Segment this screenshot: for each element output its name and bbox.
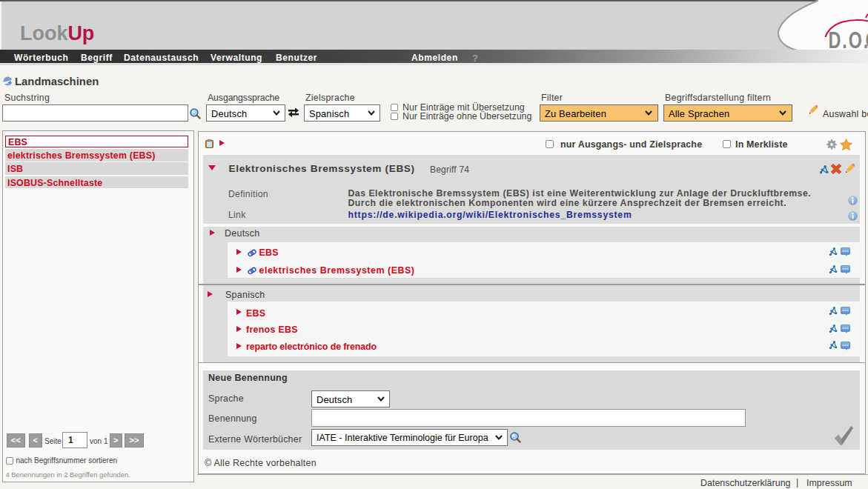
- svg-text:G: G: [866, 27, 868, 51]
- svg-text:D.O.: D.O.: [828, 27, 868, 51]
